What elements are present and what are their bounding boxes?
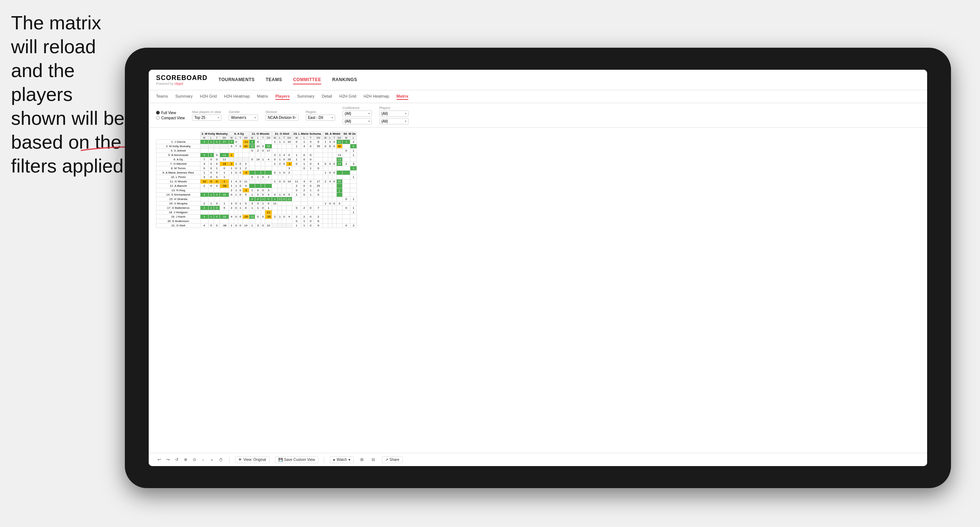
cell: -2 <box>242 188 249 193</box>
cell: 46 <box>336 144 342 149</box>
sh-w7: W <box>342 136 350 140</box>
undo-icon[interactable]: ↩ <box>156 457 162 463</box>
cell: 2 <box>301 215 307 219</box>
cell: 0 <box>307 140 313 144</box>
player-name: 19. J Karrh <box>156 215 200 219</box>
sub-nav-matrix2[interactable]: Matrix <box>396 93 408 100</box>
sub-nav-h2h-grid2[interactable]: H2H Grid <box>339 93 356 100</box>
toolbar-icon-extra[interactable]: ⊞ <box>359 457 365 463</box>
nav-committee[interactable]: COMMITTEE <box>293 76 321 84</box>
sub-nav-h2h-heatmap[interactable]: H2H Heatmap <box>224 93 250 100</box>
search-icon[interactable]: ⊕ <box>183 457 188 463</box>
sh-w6: W <box>323 136 328 140</box>
sub-nav-detail[interactable]: Detail <box>321 93 332 100</box>
view-original-label: View: Original <box>243 458 266 462</box>
minus-icon[interactable]: − <box>200 457 206 463</box>
cell: 18 <box>220 193 229 197</box>
cell <box>214 188 220 193</box>
cell <box>234 219 238 224</box>
cell: 7 <box>200 157 208 162</box>
sub-nav-h2h-grid[interactable]: H2H Grid <box>200 93 216 100</box>
sub-nav-teams[interactable]: Teams <box>156 93 168 100</box>
players-select2[interactable]: (All) ▾ <box>379 118 409 124</box>
conference-select[interactable]: (All) ▾ <box>342 111 372 117</box>
matrix-scroll-area[interactable]: 2. M Kelly Mulcahy 6. A Dy 11. G Woods 2… <box>149 128 927 466</box>
share-button[interactable]: ↗ Share <box>382 456 403 463</box>
cell <box>261 219 265 224</box>
sub-nav-matrix[interactable]: Matrix <box>257 93 268 100</box>
save-custom-label: Save Custom View <box>284 458 315 462</box>
nav-teams[interactable]: TEAMS <box>266 76 282 84</box>
cell: 2 <box>292 215 301 219</box>
save-custom-view-button[interactable]: 💾 Save Custom View <box>275 456 318 463</box>
cell <box>220 197 229 202</box>
table-row: 13. N Klug 2 1 0 -2 1 0 0 3 <box>156 188 357 193</box>
cell <box>332 166 336 171</box>
region-select[interactable]: East - DII ▾ <box>306 114 335 121</box>
players-value: (All) <box>382 111 388 116</box>
conference-select2[interactable]: (All) ▾ <box>342 118 372 124</box>
players-select[interactable]: (All) ▾ <box>379 111 409 117</box>
plus-icon[interactable]: + <box>209 457 215 463</box>
cell: 0 <box>242 206 249 210</box>
cell <box>314 202 323 206</box>
cell <box>336 197 342 202</box>
zoom-icon[interactable]: ⊙ <box>191 457 197 463</box>
watch-button[interactable]: ● Watch ▾ <box>330 456 353 463</box>
cell: 14 <box>242 224 249 228</box>
cell: 0 <box>214 206 220 210</box>
cell: 1 <box>323 140 328 144</box>
max-players-select[interactable]: Top 25 ▾ <box>192 114 221 121</box>
redo-icon[interactable]: ↪ <box>165 457 171 463</box>
cell: 3 <box>200 140 208 144</box>
cell <box>238 219 242 224</box>
nav-tournaments[interactable]: TOURNAMENTS <box>218 76 255 84</box>
cell <box>292 171 301 175</box>
sub-nav-summary[interactable]: Summary <box>175 93 192 100</box>
view-original-button[interactable]: 👁 View: Original <box>235 456 269 463</box>
cell <box>234 153 238 157</box>
cell <box>332 219 336 224</box>
player-name: 1. J Garcia <box>156 140 200 144</box>
cell <box>249 184 255 188</box>
cell <box>332 210 336 215</box>
sub-nav-players[interactable]: Players <box>275 93 290 100</box>
cell <box>328 166 332 171</box>
full-view-radio[interactable]: Full View <box>156 111 185 115</box>
cell <box>350 184 357 188</box>
cell: 2 <box>242 166 249 171</box>
cell: 0 <box>292 140 301 144</box>
cell: 25 <box>286 157 292 162</box>
cell: 0 <box>342 224 350 228</box>
gender-filter: Gender Women's ▾ <box>229 110 258 121</box>
cell <box>323 224 328 228</box>
cell: 0 <box>220 166 229 171</box>
nav-items: TOURNAMENTS TEAMS COMMITTEE RANKINGS <box>218 76 357 84</box>
cell: 1 <box>272 197 278 202</box>
reset-icon[interactable]: ↺ <box>174 457 180 463</box>
cell: 0 <box>301 157 307 162</box>
full-view-dot <box>156 111 160 114</box>
compact-view-radio[interactable]: Compact View <box>156 116 185 120</box>
cell: 0 <box>314 166 323 171</box>
clock-icon[interactable]: ⏱ <box>218 457 224 463</box>
cell: 10 <box>200 179 208 184</box>
division-select[interactable]: NCAA Division II ▾ <box>266 114 298 121</box>
logo-scoreboard: SCOREBOARD <box>156 74 207 82</box>
cell <box>286 144 292 149</box>
nav-rankings[interactable]: RANKINGS <box>332 76 357 84</box>
sub-nav-h2h-heatmap2[interactable]: H2H Heatmap <box>364 93 389 100</box>
region-filter: Region East - DII ▾ <box>306 110 335 121</box>
sh-l3: L <box>255 136 261 140</box>
gender-select[interactable]: Women's ▾ <box>229 114 258 121</box>
cell <box>242 175 249 179</box>
toolbar-divider-2 <box>324 457 324 463</box>
cell <box>278 184 282 188</box>
cell <box>220 188 229 193</box>
cell: -58 <box>220 184 229 188</box>
cell <box>255 162 261 166</box>
sub-nav-summary2[interactable]: Summary <box>297 93 314 100</box>
toolbar-icon-grid[interactable]: ⊟ <box>371 457 376 463</box>
cell <box>272 206 278 210</box>
cell <box>328 153 332 157</box>
